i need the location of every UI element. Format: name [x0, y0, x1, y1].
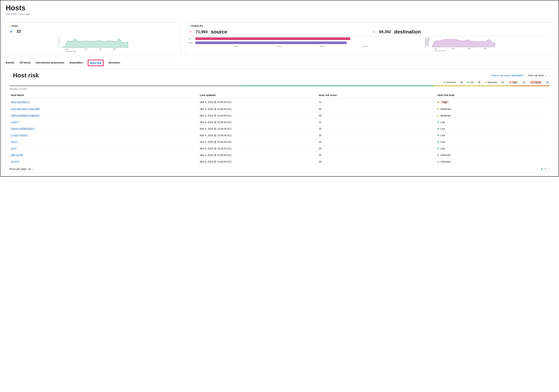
tab-events[interactable]: Events [6, 60, 14, 65]
risk-dot-icon [438, 101, 439, 103]
tab-anomalies[interactable]: Anomalies [69, 60, 83, 65]
risk-dot-icon [438, 135, 439, 136]
host-link[interactable]: sthm-windows-endpoint [11, 114, 39, 117]
risk-level-cell: Low [436, 132, 550, 139]
ip-bar-chart: Src. Dest. 0 20,000 40,000 60,000 80,000 [189, 37, 368, 52]
risk-level-cell: Unknown [436, 158, 550, 165]
risk-score-cell: 20 [317, 152, 436, 158]
svg-text:19th: 19th [99, 48, 102, 50]
host-link[interactable]: rmem-critical-host-1 [11, 127, 35, 130]
source-count: 71,993 [196, 29, 208, 34]
host-link[interactable]: es-xi-2 [11, 160, 19, 163]
svg-text:12th: 12th [84, 48, 88, 50]
hosts-count: 22 [17, 29, 21, 34]
header-divider [6, 19, 553, 19]
tab-uncommon-processes[interactable]: Uncommon processes [36, 60, 65, 65]
svg-text:15: 15 [58, 40, 60, 42]
risk-dot-icon [438, 115, 439, 116]
last-updated-cell: Mar 4, 2024 @ 15:46:45.611 [199, 139, 317, 145]
source-label: source [211, 29, 227, 35]
ip-area-chart: 12,000 10,000 8,000 6,000 4,000 2,000 0 … [371, 37, 550, 52]
svg-text:5: 5 [58, 44, 59, 46]
page-title: Hosts [6, 4, 553, 12]
last-updated-cell: Mar 4, 2024 @ 15:46:45.611 [199, 119, 317, 126]
risk-score-cell: 54 [317, 112, 436, 119]
risk-level-cell: Low [436, 139, 550, 145]
tab-host-risk[interactable]: Host risk [88, 60, 103, 66]
destination-count: 69,392 [379, 29, 391, 34]
col-host-name[interactable]: Host Name [9, 92, 199, 99]
col-last-updated[interactable]: Last updated [199, 92, 317, 99]
unique-ips-title: Unique IPs [191, 25, 203, 27]
host-risk-table: Host Name Last updated Host risk score ↓… [9, 92, 550, 165]
table-row: secu-xty-linux-1Mar 4, 2024 @ 15:46:45.6… [9, 99, 550, 106]
unique-ips-card: ⌄ Unique IPs ⚲ 71,993 source ⚲ 69,392 de… [185, 22, 553, 56]
rows-per-page[interactable]: Rows per page: 10 ⌄ [9, 168, 34, 170]
legend-critical[interactable]: Critical [530, 81, 542, 84]
moderate-dot-icon [485, 82, 486, 83]
risk-dot-icon [438, 148, 439, 149]
risk-dot-icon [438, 121, 439, 123]
last-updated-cell: Mar 4, 2024 @ 15:46:45.611 [199, 152, 317, 158]
risk-level-cell: Low [436, 145, 550, 152]
tabs: EventsAll hostsUncommon processesAnomali… [6, 60, 553, 66]
host-link[interactable]: a-xxy-n-host-1 [11, 134, 28, 137]
col-risk-score[interactable]: Host risk score ↓ [317, 92, 436, 99]
legend-count: 1 [522, 81, 526, 84]
risk-dot-icon [438, 128, 439, 129]
svg-text:19th: 19th [467, 48, 471, 49]
host-link[interactable]: ddr-xm-00 [11, 154, 23, 156]
legend-high[interactable]: High [508, 81, 518, 84]
legend-count: 0 [545, 81, 550, 84]
legend-moderate[interactable]: Moderate [485, 81, 497, 84]
legend-unknown[interactable]: Unknown [444, 81, 456, 84]
risk-level-dropdown[interactable]: Host risk level ⌄ [526, 73, 550, 78]
svg-text:26th: 26th [484, 48, 487, 49]
risk-level-cell: Low [436, 126, 550, 132]
critical-dot-icon [531, 82, 532, 83]
table-row: es-xiMar 4, 2024 @ 15:46:45.61120Low [9, 145, 550, 152]
table-row: ddr-xm-00Mar 4, 2024 @ 15:46:45.61120Unk… [9, 152, 550, 158]
collapse-icon[interactable]: ⌄ [9, 74, 11, 77]
last-updated-cell: Mar 4, 2024 @ 15:46:45.611 [199, 132, 317, 139]
sort-desc-icon: ↓ [337, 94, 339, 96]
page-2[interactable]: 2 [543, 167, 547, 171]
destination-pin-icon: ⚲ [372, 30, 376, 34]
chevron-down-icon: ⌄ [545, 74, 547, 77]
table-row: secu-xty-host-1-aaa-bbbMar 4, 2024 @ 15:… [9, 106, 550, 112]
table-row: orxl-1Mar 4, 2024 @ 15:46:45.61120Low [9, 139, 550, 145]
host-link[interactable]: secu-xty-host-1-aaa-bbb [11, 108, 40, 110]
help-link[interactable]: How is risk score calculated? [491, 74, 523, 77]
legend-low[interactable]: Low [467, 81, 474, 84]
risk-dot-icon [438, 154, 439, 156]
destination-label: destination [394, 29, 421, 35]
tab-all-hosts[interactable]: All hosts [19, 60, 31, 65]
section-title: Host risk [13, 72, 39, 79]
col-risk-level[interactable]: Host risk level [436, 92, 550, 99]
stats-row: ⌄ Hosts ⊞ 22 20 15 10 5 0 5th 12th 19th … [6, 22, 553, 56]
risk-score-cell: 20 [317, 139, 436, 145]
showing-count: Showing: 14 hosts [9, 88, 550, 90]
risk-score-cell: 20 [317, 158, 436, 165]
risk-level-cell: Moderate [436, 112, 550, 119]
hosts-icon: ⊞ [9, 29, 13, 33]
page-1[interactable]: 1 [540, 167, 543, 171]
next-page[interactable]: › [549, 168, 550, 170]
tab-sessions[interactable]: Sessions [109, 60, 120, 65]
risk-score-cell: 21 [317, 119, 436, 126]
risk-score-cell: 20 [317, 145, 436, 152]
table-row: sthm-windows-endpointMar 4, 2024 @ 15:46… [9, 112, 550, 119]
host-link[interactable]: l-xxx-1 [11, 121, 19, 124]
risk-score-cell: 20 [317, 126, 436, 132]
host-link[interactable]: es-xi [11, 147, 17, 150]
host-link[interactable]: secu-xty-linux-1 [11, 101, 30, 103]
svg-text:February 2024: February 2024 [435, 50, 445, 52]
risk-score-cell: 20 [317, 132, 436, 139]
prev-page[interactable]: ‹ [537, 168, 538, 170]
svg-text:20: 20 [58, 38, 60, 39]
collapse-icon[interactable]: ⌄ [9, 25, 10, 27]
collapse-icon[interactable]: ⌄ [189, 25, 190, 27]
host-link[interactable]: orxl-1 [11, 140, 18, 143]
table-row: l-xxx-1Mar 4, 2024 @ 15:46:45.61121Low [9, 119, 550, 126]
risk-score-cell: 65 [317, 106, 436, 112]
